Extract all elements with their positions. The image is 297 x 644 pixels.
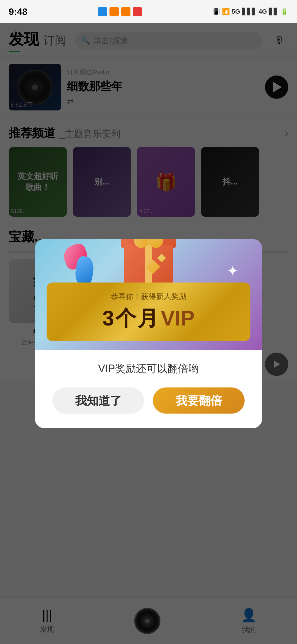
vibrate-icon: 📳 bbox=[212, 8, 220, 15]
gift-box-area bbox=[119, 239, 178, 286]
sparkle-2-icon: ✦ bbox=[227, 263, 239, 279]
modal-buttons: 我知道了 我要翻倍 bbox=[52, 388, 245, 414]
dismiss-button[interactable]: 我知道了 bbox=[52, 388, 144, 414]
golden-banner: — 恭喜你！获得新人奖励 — 3个月 VIP bbox=[47, 283, 250, 341]
battery-icon: 🔋 bbox=[280, 8, 288, 15]
signal-area: 📳 📶 5G ▋▋▋ 4G ▋▋ 🔋 bbox=[212, 8, 288, 15]
double-button[interactable]: 我要翻倍 bbox=[153, 388, 245, 414]
status-icons bbox=[98, 7, 142, 16]
signal-bars: ▋▋▋ bbox=[242, 8, 257, 15]
wifi-icon: 📶 bbox=[222, 8, 230, 15]
gift-ribbon bbox=[134, 239, 163, 248]
banner-subtitle: — 恭喜你！获得新人奖励 — bbox=[58, 291, 239, 302]
4g-label: 4G bbox=[259, 8, 267, 15]
banner-vip-text: VIP bbox=[161, 307, 195, 330]
vip-reward-modal: ✦ ✦ ✦ ✦ — 恭喜你！获得新人奖励 — bbox=[35, 239, 262, 428]
modal-body: VIP奖励还可以翻倍哟 我知道了 我要翻倍 bbox=[35, 350, 262, 428]
modal-top-area: ✦ ✦ ✦ ✦ — 恭喜你！获得新人奖励 — bbox=[35, 239, 262, 350]
notif-icon-4 bbox=[133, 7, 142, 16]
gift-box bbox=[119, 239, 178, 286]
status-bar: 9:48 📳 📶 5G ▋▋▋ 4G ▋▋ 🔋 bbox=[0, 0, 297, 23]
notif-icon-1 bbox=[98, 7, 107, 16]
banner-title-text: 3个月 bbox=[102, 307, 160, 330]
status-time: 9:48 bbox=[9, 6, 27, 17]
modal-description: VIP奖励还可以翻倍哟 bbox=[52, 362, 245, 376]
notif-icon-2 bbox=[109, 7, 119, 16]
app-content: 发现 订阅 🔍 单曲/频道 🎙 8 62.8万 订阅频道Radio 细数那些年 … bbox=[0, 23, 297, 644]
signal-bars-2: ▋▋ bbox=[269, 8, 279, 15]
notif-icon-3 bbox=[121, 7, 130, 16]
5g-label: 5G bbox=[231, 8, 240, 15]
